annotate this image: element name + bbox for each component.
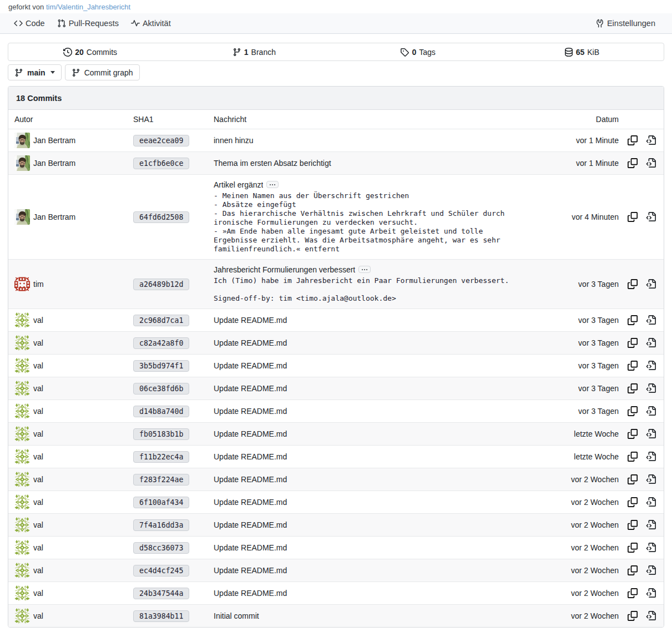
commit-message-link[interactable]: Update README.md [214, 566, 287, 575]
author-name-link[interactable]: Jan Bertram [33, 213, 75, 221]
commit-sha-link[interactable]: e1cfb6e0ce [133, 158, 189, 169]
stat-tags[interactable]: 0 Tags [336, 48, 500, 57]
commit-sha-link[interactable]: 64fd6d2508 [133, 211, 189, 223]
commit-message-link[interactable]: Update README.md [214, 452, 287, 461]
expand-commit-button[interactable] [358, 266, 371, 273]
fork-origin-link[interactable]: tim/Valentin_Jahresbericht [46, 3, 130, 11]
copy-sha-button[interactable] [628, 135, 638, 145]
copy-sha-button[interactable] [628, 543, 638, 553]
browse-source-button[interactable] [646, 338, 656, 348]
browse-source-button[interactable] [646, 565, 656, 575]
commit-sha-link[interactable]: f283f224ae [133, 474, 189, 486]
commit-sha-link[interactable]: c82a42a8f0 [133, 337, 189, 349]
copy-sha-button[interactable] [628, 565, 638, 575]
commit-message-link[interactable]: Update README.md [214, 407, 287, 416]
browse-source-button[interactable] [646, 158, 656, 168]
commit-message-link[interactable]: innen hinzu [214, 136, 254, 145]
stat-size[interactable]: 65 KiB [500, 48, 664, 57]
author-name-link[interactable]: val [33, 475, 43, 484]
browse-source-button[interactable] [646, 361, 656, 371]
commit-sha-link[interactable]: 06ce38fd6b [133, 383, 189, 395]
browse-source-button[interactable] [646, 611, 656, 621]
commit-message-link[interactable]: Update README.md [214, 316, 287, 325]
commit-sha-link[interactable]: d58cc36073 [133, 542, 189, 554]
copy-sha-button[interactable] [628, 474, 638, 484]
author-name-link[interactable]: Jan Bertram [33, 136, 75, 145]
author-name-link[interactable]: tim [33, 280, 44, 289]
copy-sha-button[interactable] [628, 611, 638, 621]
tab-code[interactable]: Code [8, 13, 50, 33]
commit-sha-link[interactable]: ec4d4cf245 [133, 565, 189, 577]
commit-message-link[interactable]: Artikel ergänzt [214, 180, 263, 189]
copy-sha-button[interactable] [628, 338, 638, 348]
author-name-link[interactable]: val [33, 543, 43, 552]
browse-source-button[interactable] [646, 429, 656, 439]
commit-sha-link[interactable]: f11b22ec4a [133, 451, 189, 463]
copy-sha-button[interactable] [628, 383, 638, 393]
tab-activity[interactable]: Aktivität [125, 13, 176, 33]
commit-message-link[interactable]: Update README.md [214, 520, 287, 529]
commit-message-link[interactable]: Update README.md [214, 338, 287, 347]
commit-message-link[interactable]: Update README.md [214, 475, 287, 484]
commit-sha-link[interactable]: 2c968d7ca1 [133, 315, 189, 326]
browse-source-button[interactable] [646, 135, 656, 145]
commit-sha-link[interactable]: 3b5bd974f1 [133, 360, 189, 372]
commit-sha-link[interactable]: 24b347544a [133, 588, 189, 599]
commit-message-link[interactable]: Update README.md [214, 361, 287, 370]
commit-message-link[interactable]: Update README.md [214, 498, 287, 507]
copy-sha-button[interactable] [628, 588, 638, 598]
author-name-link[interactable]: val [33, 589, 43, 598]
author-name-link[interactable]: val [33, 520, 43, 529]
commit-message-link[interactable]: Update README.md [214, 429, 287, 438]
commit-sha-link[interactable]: d14b8a740d [133, 406, 189, 417]
commit-sha-link[interactable]: 6f100af434 [133, 497, 189, 508]
copy-sha-button[interactable] [628, 406, 638, 416]
copy-sha-button[interactable] [628, 158, 638, 168]
author-name-link[interactable]: val [33, 361, 43, 370]
author-name-link[interactable]: val [33, 429, 43, 438]
browse-source-button[interactable] [646, 474, 656, 484]
browse-source-button[interactable] [646, 543, 656, 553]
author-name-link[interactable]: val [33, 498, 43, 507]
copy-sha-button[interactable] [628, 361, 638, 371]
tab-settings[interactable]: Einstellungen [590, 13, 661, 33]
commit-message-link[interactable]: Thema im ersten Absatz berichtigt [214, 159, 331, 168]
commit-sha-link[interactable]: 7f4a16dd3a [133, 519, 189, 531]
author-name-link[interactable]: val [33, 566, 43, 575]
author-name-link[interactable]: Jan Bertram [33, 159, 75, 168]
browse-source-button[interactable] [646, 452, 656, 462]
copy-sha-button[interactable] [628, 452, 638, 462]
commit-sha-link[interactable]: a26489b12d [133, 279, 189, 290]
browse-source-button[interactable] [646, 497, 656, 507]
commit-sha-link[interactable]: 81a3984b11 [133, 610, 189, 622]
commit-graph-button[interactable]: Commit graph [65, 64, 140, 80]
copy-sha-button[interactable] [628, 279, 638, 289]
browse-source-button[interactable] [646, 315, 656, 325]
author-name-link[interactable]: val [33, 338, 43, 347]
browse-source-button[interactable] [646, 279, 656, 289]
author-name-link[interactable]: val [33, 407, 43, 416]
copy-sha-button[interactable] [628, 315, 638, 325]
copy-sha-button[interactable] [628, 429, 638, 439]
tab-pull-requests[interactable]: Pull-Requests [52, 13, 124, 33]
commit-message-link[interactable]: Jahresbericht Formulierungen verbessert [214, 265, 355, 274]
commit-sha-link[interactable]: fb05183b1b [133, 428, 189, 440]
browse-source-button[interactable] [646, 383, 656, 393]
browse-source-button[interactable] [646, 406, 656, 416]
commit-sha-link[interactable]: eeae2cea09 [133, 135, 189, 146]
copy-sha-button[interactable] [628, 497, 638, 507]
copy-sha-button[interactable] [628, 520, 638, 530]
commit-message-link[interactable]: Update README.md [214, 543, 287, 552]
commit-message-link[interactable]: Update README.md [214, 589, 287, 598]
browse-source-button[interactable] [646, 520, 656, 530]
expand-commit-button[interactable] [266, 181, 279, 188]
commit-message-link[interactable]: Update README.md [214, 384, 287, 393]
browse-source-button[interactable] [646, 212, 656, 222]
browse-source-button[interactable] [646, 588, 656, 598]
stat-commits[interactable]: 20 Commits [8, 48, 172, 57]
author-name-link[interactable]: val [33, 316, 43, 325]
stat-branches[interactable]: 1 Branch [172, 48, 336, 57]
copy-sha-button[interactable] [628, 212, 638, 222]
author-name-link[interactable]: val [33, 611, 43, 620]
branch-select-button[interactable]: main [8, 64, 62, 80]
